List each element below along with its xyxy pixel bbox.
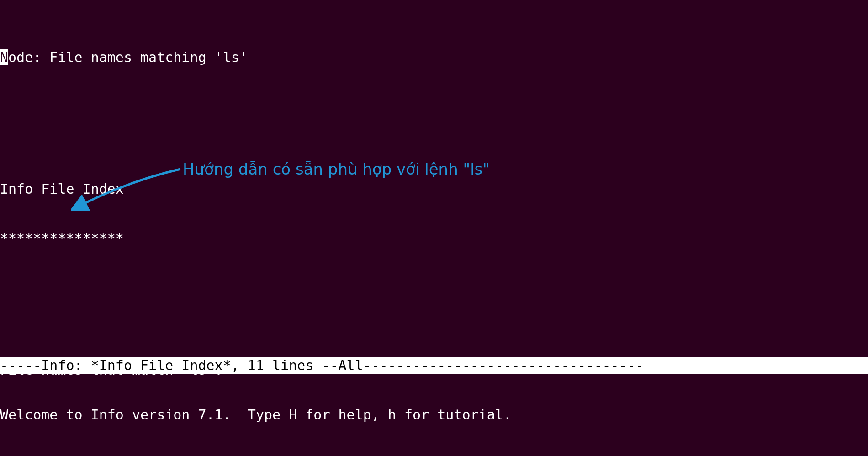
- node-title-text: ode: File names matching 'ls': [8, 49, 248, 65]
- section-title: Info File Index: [0, 181, 868, 197]
- section-underline: ***************: [0, 230, 868, 247]
- blank-line: [0, 115, 868, 132]
- annotation-text: Hướng dẫn có sẵn phù hợp với lệnh "ls": [183, 160, 490, 179]
- cursor-char: N: [0, 49, 8, 65]
- node-line[interactable]: Node: File names matching 'ls': [0, 49, 868, 66]
- status-bar: -----Info: *Info File Index*, 11 lines -…: [0, 357, 868, 374]
- blank-line: [0, 296, 868, 313]
- bottom-block: -----Info: *Info File Index*, 11 lines -…: [0, 324, 868, 456]
- terminal-viewport[interactable]: Node: File names matching 'ls' Info File…: [0, 0, 868, 456]
- welcome-line: Welcome to Info version 7.1. Type H for …: [0, 407, 868, 423]
